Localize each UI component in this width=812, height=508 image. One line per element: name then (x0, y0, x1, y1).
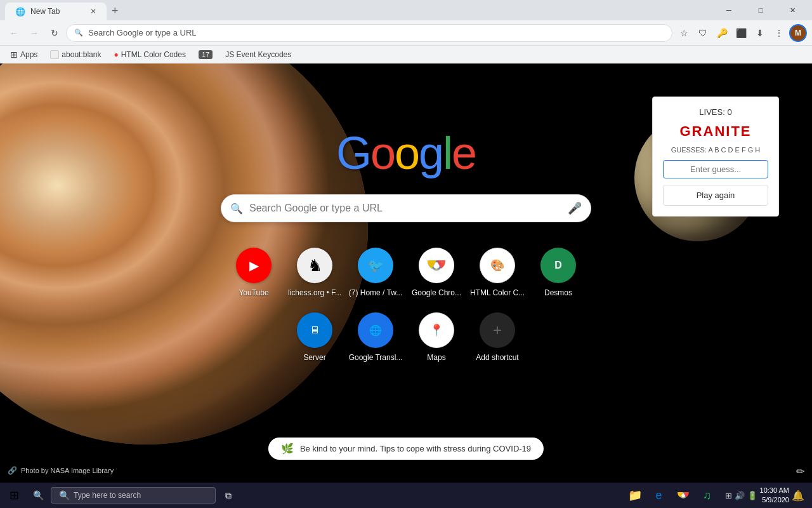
task-view-icon: ⧉ (225, 490, 232, 501)
speaker-icon[interactable]: 🔊 (735, 491, 745, 500)
downloads-button[interactable]: ⬇ (751, 24, 769, 42)
desmos-logo-icon: D (554, 260, 562, 271)
bookmark-about-blank[interactable]: about:blank (45, 49, 106, 60)
shortcut-server-icon: 🖥 (297, 312, 332, 348)
logo-o2: o (395, 128, 419, 178)
maximize-button[interactable]: □ (746, 0, 775, 20)
notification-leaf-icon: 🌿 (281, 443, 294, 455)
shortcut-twitter[interactable]: 🐦 (7) Home / Tw... (348, 243, 403, 302)
extension-button[interactable]: 🔑 (713, 24, 731, 42)
bookmark-star-button[interactable]: ☆ (675, 24, 693, 42)
minimize-button[interactable]: ─ (714, 0, 743, 20)
translate-icon: 🌐 (369, 324, 382, 337)
hangman-lives: LIVES: 0 (663, 107, 768, 117)
network-icon[interactable]: ⊞ (725, 491, 732, 500)
search-box[interactable]: 🔍 🎤 (221, 194, 591, 222)
browser-frame: 🌐 New Tab ✕ + ─ □ ✕ ← → ↻ 🔍 Search Googl… (0, 0, 812, 508)
window-controls: ─ □ ✕ (714, 0, 807, 20)
shortcut-google-chrome[interactable]: Google Chro... (409, 243, 464, 302)
search-box-container: 🔍 🎤 (221, 194, 591, 222)
taskbar-search-icon: 🔍 (59, 490, 70, 500)
shortcut-lichess[interactable]: ♞ lichess.org • F... (287, 243, 343, 302)
hangman-guess-input[interactable] (663, 160, 768, 178)
bookmark-js-event-keycodes[interactable]: JS Event Keycodes (220, 49, 296, 60)
edge-icon: e (656, 489, 662, 502)
notification-bell-icon[interactable]: 🔔 (792, 490, 804, 502)
shortcut-maps[interactable]: 📍 Maps (409, 307, 464, 367)
twitter-bird-icon: 🐦 (368, 258, 384, 273)
mic-icon[interactable]: 🎤 (568, 201, 582, 215)
customize-button[interactable]: ✏ (796, 465, 804, 478)
shortcut-add-label: Add shortcut (476, 353, 518, 362)
shortcut-youtube-label: YouTube (239, 288, 268, 297)
shortcut-html-icon: 🎨 (480, 248, 515, 283)
secure-dns-button[interactable]: 🛡 (694, 24, 712, 42)
bookmark-17-badge[interactable]: 17 (193, 49, 218, 60)
taskbar-spotify-button[interactable]: ♫ (696, 484, 719, 507)
start-button[interactable]: ⊞ (3, 484, 25, 507)
shortcut-html-color[interactable]: 🎨 HTML Color C... (469, 243, 525, 302)
taskbar-file-explorer-button[interactable]: 📁 (624, 484, 646, 507)
apps-grid-icon: ⊞ (10, 50, 18, 60)
toolbar: ← → ↻ 🔍 Search Google or type a URL ☆ 🛡 … (0, 20, 812, 46)
add-shortcut-plus-icon: + (493, 321, 502, 339)
hangman-popup: LIVES: 0 GRANITE GUESSES: A B C D E F G … (652, 97, 779, 217)
url-display: Search Google or type a URL (88, 28, 664, 37)
taskbar-cortana-button[interactable]: 🔍 (27, 484, 49, 507)
tab-close-button[interactable]: ✕ (90, 7, 96, 16)
about-blank-label: about:blank (62, 50, 101, 59)
forward-button[interactable]: → (25, 24, 43, 42)
shortcut-server[interactable]: 🖥 Server (287, 307, 343, 367)
shortcut-chrome-icon (419, 248, 454, 283)
logo-e: e (452, 128, 476, 178)
shortcut-youtube[interactable]: ▶ YouTube (226, 243, 282, 302)
photo-credit-link[interactable]: Photo by NASA Image Library (21, 467, 114, 474)
shortcut-desmos[interactable]: D Desmos (530, 243, 586, 302)
logo-g: G (336, 128, 370, 178)
main-content: Google 🔍 🎤 ▶ YouTube (0, 64, 812, 483)
notification-text: Be kind to your mind. Tips to cope with … (300, 444, 531, 453)
shortcut-translate-label: Google Transl... (349, 353, 403, 362)
active-tab[interactable]: 🌐 New Tab ✕ (5, 3, 107, 20)
hangman-word: GRANITE (663, 123, 768, 140)
profile-avatar[interactable]: M (789, 24, 807, 42)
notification-bar[interactable]: 🌿 Be kind to your mind. Tips to cope wit… (268, 438, 544, 460)
shortcut-youtube-icon: ▶ (236, 248, 272, 283)
spotify-icon: ♫ (703, 489, 712, 502)
menu-button[interactable]: ⋮ (770, 24, 788, 42)
shortcuts-grid: ▶ YouTube ♞ lichess.org • F... 🐦 (7) (216, 243, 596, 367)
shortcut-html-label: HTML Color C... (470, 288, 525, 297)
server-icon: 🖥 (310, 324, 320, 336)
cast-button[interactable]: ⬛ (732, 24, 750, 42)
taskbar-task-view-button[interactable]: ⧉ (217, 484, 240, 507)
system-clock[interactable]: 10:30 AM 5/9/2020 (760, 486, 789, 505)
search-input[interactable] (249, 203, 561, 214)
bookmarks-apps-button[interactable]: ⊞ Apps (5, 48, 43, 61)
apps-label: Apps (20, 50, 37, 59)
taskbar-edge-button[interactable]: e (648, 484, 671, 507)
taskbar-search-bar[interactable]: 🔍 Type here to search (51, 487, 216, 504)
clock-date: 5/9/2020 (760, 495, 789, 505)
toolbar-icons: ☆ 🛡 🔑 ⬛ ⬇ ⋮ M (675, 24, 807, 42)
address-bar[interactable]: 🔍 Search Google or type a URL (66, 24, 672, 42)
shortcut-translate-icon: 🌐 (358, 312, 393, 348)
clock-time: 10:30 AM (760, 486, 789, 495)
google-logo: Google (336, 127, 476, 179)
tab-favicon: 🌐 (15, 7, 25, 17)
back-button[interactable]: ← (5, 24, 23, 42)
shortcut-translate[interactable]: 🌐 Google Transl... (348, 307, 403, 367)
html-color-icon: ● (114, 50, 118, 59)
shortcut-maps-icon: 📍 (419, 312, 454, 348)
tab-title: New Tab (30, 7, 60, 16)
lichess-chess-icon: ♞ (308, 256, 322, 276)
bookmark-html-color-codes[interactable]: ● HTML Color Codes (108, 49, 191, 60)
battery-icon[interactable]: 🔋 (747, 491, 757, 500)
refresh-button[interactable]: ↻ (46, 24, 63, 42)
shortcut-add[interactable]: + Add shortcut (469, 307, 525, 367)
close-button[interactable]: ✕ (778, 0, 807, 20)
html-color-icon: 🎨 (490, 258, 504, 272)
hangman-play-again-button[interactable]: Play again (663, 185, 768, 206)
taskbar-chrome-button[interactable] (672, 484, 695, 507)
new-tab-button[interactable]: + (107, 2, 124, 20)
youtube-play-icon: ▶ (249, 258, 259, 273)
